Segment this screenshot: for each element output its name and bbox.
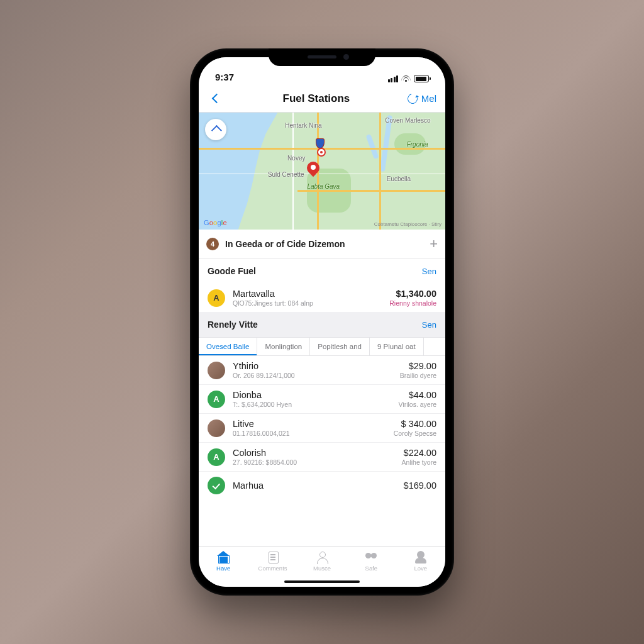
refresh-icon [406, 92, 419, 106]
station-tag: Virilos. ayere [399, 401, 437, 408]
station-tag: Anlihe tyore [402, 458, 436, 466]
tabbar-label: Musce [313, 565, 331, 572]
location-count-badge: 4 [206, 238, 219, 250]
location-text: In Geeda or of Cide Dizemon [225, 239, 423, 249]
station-tag: Brailio dyere [400, 372, 436, 379]
station-avatar [208, 419, 225, 437]
map-highway [297, 190, 445, 192]
station-price-block: $224.00Anlihe tyore [402, 448, 436, 466]
tabbar-label: Comments [258, 565, 287, 572]
map-label: Coven Marlesco [385, 117, 430, 124]
station-price-block: $1,340.00 Rienny shnalole [389, 289, 436, 307]
map-label: Suld Cenette [268, 171, 304, 178]
tab-monlingtion[interactable]: Monlingtion [257, 338, 310, 355]
tab-popitlesh-and[interactable]: Popitlesh and [310, 338, 370, 355]
station-name: Marhua [233, 480, 396, 491]
home-icon [216, 551, 230, 564]
highway-shield-icon [316, 138, 325, 148]
add-button[interactable]: + [430, 236, 438, 252]
chevron-left-icon [211, 94, 221, 104]
station-info: Colorish27. 90216: $8854.000 [233, 448, 394, 466]
tab-plunal-oat[interactable]: 9 Plunal oat [370, 338, 424, 355]
station-info: DionbaT:. $,634,2000 Hyen [233, 390, 391, 408]
user-icon [315, 551, 329, 564]
signal-icon [388, 75, 399, 82]
station-row[interactable]: AColorish27. 90216: $8854.000$224.00Anli… [199, 442, 445, 471]
screen: 9:37 Fuel Stations Mel [199, 57, 445, 587]
station-name: Colorish [233, 448, 394, 458]
heart-icon [364, 551, 378, 564]
station-list[interactable]: YthirioOr. 206 89.124/1,000$29.00Brailio… [199, 356, 445, 547]
station-price-block: $ 340.00Coroly Specse [394, 419, 436, 437]
map-rivers [366, 113, 391, 230]
status-right [388, 75, 430, 82]
page-title: Fuel Stations [283, 92, 350, 105]
tab-ovesed-balle[interactable]: Ovesed Balle [199, 338, 257, 355]
status-time: 9:37 [215, 72, 234, 82]
header-action-label: Mel [421, 93, 436, 104]
tabbar-item-home[interactable]: Have [199, 551, 248, 572]
section-header-renely-vitte: Renely Vitte Sen [199, 312, 445, 337]
station-meta: 01.17816.0004,021 [233, 430, 386, 437]
map-road [199, 174, 445, 175]
location-bar[interactable]: 4 In Geeda or of Cide Dizemon + [199, 230, 445, 258]
tabbar-item-user[interactable]: Musce [297, 551, 347, 572]
map-view[interactable]: Hentark Nina Coven Marlesco Novey Suld C… [199, 113, 445, 230]
map-label: Eucbella [387, 175, 411, 182]
station-meta: 27. 90216: $8854.000 [233, 458, 394, 466]
station-row[interactable]: ADionbaT:. $,634,2000 Hyen$44.00Virilos.… [199, 384, 445, 413]
phone-frame: 9:37 Fuel Stations Mel [190, 48, 454, 596]
station-name: Litive [233, 419, 386, 429]
map-marker-icon[interactable] [317, 148, 326, 157]
section-action[interactable]: Sen [422, 267, 436, 276]
station-meta: QlO75:Jinges turt: 084 alnp [233, 299, 382, 307]
tabbar-label: Have [216, 565, 230, 572]
battery-icon [414, 75, 429, 82]
station-price: $29.00 [400, 361, 436, 371]
home-indicator[interactable] [284, 580, 360, 584]
station-row[interactable]: A Martavalla QlO75:Jinges turt: 084 alnp… [199, 284, 445, 312]
featured-card: A Martavalla QlO75:Jinges turt: 084 alnp… [199, 284, 445, 312]
header-action[interactable]: Mel [408, 93, 436, 104]
filter-tabs: Ovesed Balle Monlingtion Popitlesh and 9… [199, 337, 445, 356]
section-action[interactable]: Sen [422, 320, 436, 330]
station-name: Ythirio [233, 361, 392, 371]
station-price-block: $29.00Brailio dyere [400, 361, 436, 379]
tabbar-item-heart[interactable]: Safe [347, 551, 396, 572]
map-label: Novey [287, 155, 305, 162]
station-row[interactable]: YthirioOr. 206 89.124/1,000$29.00Brailio… [199, 356, 445, 384]
station-name: Dionba [233, 390, 391, 400]
map-label: Hentark Nina [285, 122, 321, 129]
station-info: Marhua [233, 480, 396, 491]
prof-icon [414, 551, 428, 564]
station-price: $169.00 [404, 480, 436, 491]
station-info: Litive01.17816.0004,021 [233, 419, 386, 437]
station-avatar: A [208, 391, 225, 408]
station-row[interactable]: Litive01.17816.0004,021$ 340.00Coroly Sp… [199, 413, 445, 442]
station-price: $44.00 [399, 390, 437, 400]
station-info: YthirioOr. 206 89.124/1,000 [233, 361, 392, 379]
station-price: $1,340.00 [389, 289, 436, 299]
station-tag: Rienny shnalole [389, 299, 436, 307]
map-attribution: Cobtametu Ctaploocore · Stiry [374, 221, 441, 227]
station-price: $224.00 [402, 448, 436, 458]
station-meta: T:. $,634,2000 Hyen [233, 401, 391, 408]
locate-button[interactable] [205, 119, 226, 140]
station-avatar: A [208, 448, 225, 466]
station-avatar: A [208, 289, 225, 307]
station-price-block: $44.00Virilos. ayere [399, 390, 437, 408]
station-price: $ 340.00 [394, 419, 436, 429]
nav-header: Fuel Stations Mel [199, 85, 445, 113]
wifi-icon [401, 75, 411, 82]
tabbar-item-doc[interactable]: Comments [248, 551, 297, 572]
tabbar-label: Safe [365, 565, 378, 572]
station-row[interactable]: Marhua$169.00 [199, 471, 445, 499]
notch [269, 48, 375, 66]
station-avatar [208, 362, 225, 379]
map-park-label: Labta Gava [307, 183, 340, 190]
map-pin-icon[interactable] [307, 162, 319, 174]
check-icon [208, 477, 225, 494]
tabbar-item-prof[interactable]: Love [396, 551, 445, 572]
station-name: Martavalla [233, 289, 382, 299]
back-button[interactable] [208, 90, 225, 108]
